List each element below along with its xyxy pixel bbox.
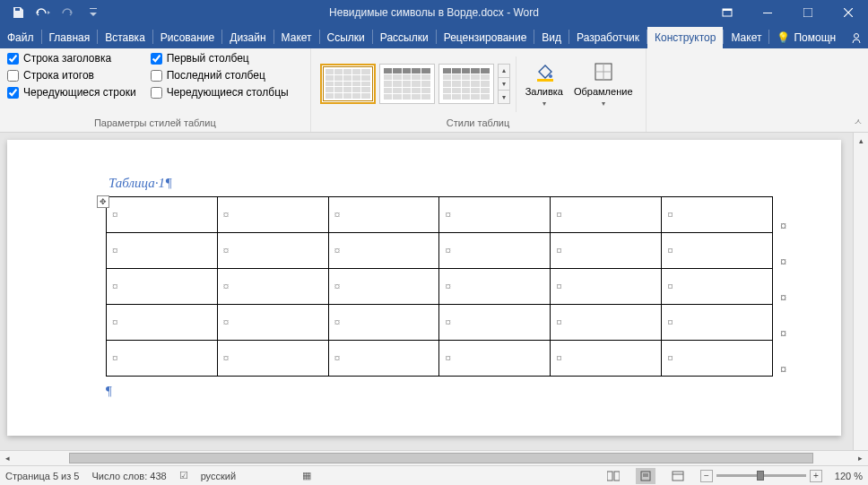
- checkbox-header-row[interactable]: Строка заголовка: [7, 52, 136, 65]
- zoom-in[interactable]: +: [810, 470, 822, 482]
- scroll-up[interactable]: ▴: [854, 133, 868, 148]
- zoom-slider[interactable]: − +: [700, 470, 822, 482]
- table-cell[interactable]: ¤: [662, 197, 773, 233]
- tab-view[interactable]: Вид: [534, 27, 569, 48]
- scroll-right[interactable]: ▸: [853, 451, 868, 465]
- tab-table-constructor[interactable]: Конструктор: [647, 27, 723, 48]
- table-style-thumb[interactable]: [438, 64, 494, 104]
- share-button[interactable]: [843, 27, 868, 48]
- ribbon-display-options[interactable]: [707, 0, 747, 25]
- table-cell[interactable]: ¤: [217, 305, 328, 341]
- table-style-thumb[interactable]: [379, 64, 435, 104]
- row-end-mark: ¤: [780, 326, 786, 340]
- tab-table-layout[interactable]: Макет: [724, 27, 768, 48]
- table-cell[interactable]: ¤: [217, 269, 328, 305]
- document-table[interactable]: ¤¤¤¤¤¤¤¤¤¤¤¤¤¤¤¤¤¤¤¤¤¤¤¤¤¤¤¤¤¤: [106, 196, 773, 377]
- table-cell[interactable]: ¤: [107, 269, 218, 305]
- macro-icon[interactable]: ▦: [302, 470, 311, 481]
- shading-button[interactable]: Заливка ▾: [520, 57, 569, 110]
- zoom-level[interactable]: 120 %: [835, 471, 863, 481]
- document-page[interactable]: Таблица·1¶ ✥ ¤¤¤¤¤¤¤¤¤¤¤¤¤¤¤¤¤¤¤¤¤¤¤¤¤¤¤…: [7, 140, 841, 436]
- close-button[interactable]: [828, 0, 868, 25]
- zoom-out[interactable]: −: [700, 470, 713, 482]
- table-cell[interactable]: ¤: [662, 305, 773, 341]
- tab-help[interactable]: 💡Помощн: [769, 27, 843, 48]
- checkbox-last-column[interactable]: Последний столбец: [151, 69, 289, 82]
- zoom-thumb[interactable]: [757, 471, 764, 481]
- vertical-scrollbar[interactable]: ▴ ▾: [853, 133, 868, 465]
- table-cell[interactable]: ¤: [217, 233, 328, 269]
- tab-review[interactable]: Рецензирование: [437, 27, 534, 48]
- table-cell[interactable]: ¤: [551, 269, 662, 305]
- page-count[interactable]: Страница 5 из 5: [5, 471, 79, 481]
- paint-bucket-icon: [532, 59, 557, 84]
- scroll-left[interactable]: ◂: [0, 451, 15, 465]
- table-cell[interactable]: ¤: [551, 341, 662, 377]
- minimize-button[interactable]: [747, 0, 787, 25]
- checkbox-banded-columns[interactable]: Чередующиеся столбцы: [151, 86, 289, 99]
- table-style-thumb[interactable]: [320, 64, 376, 104]
- tab-references[interactable]: Ссылки: [320, 27, 372, 48]
- spellcheck-icon[interactable]: ☑: [179, 470, 188, 481]
- word-count[interactable]: Число слов: 438: [91, 471, 166, 481]
- tab-mailings[interactable]: Рассылки: [373, 27, 436, 48]
- table-cell[interactable]: ¤: [439, 197, 551, 233]
- table-cell[interactable]: ¤: [328, 305, 439, 341]
- table-cell[interactable]: ¤: [662, 233, 773, 269]
- tab-developer[interactable]: Разработчик: [569, 27, 647, 48]
- collapse-ribbon[interactable]: ㅅ: [854, 116, 863, 128]
- chevron-down-icon: ▾: [542, 100, 546, 108]
- language[interactable]: русский: [201, 471, 236, 481]
- redo-button[interactable]: [57, 3, 79, 22]
- maximize-button[interactable]: [787, 0, 828, 25]
- table-cell[interactable]: ¤: [328, 269, 439, 305]
- table-caption[interactable]: Таблица·1¶: [108, 176, 742, 191]
- table-cell[interactable]: ¤: [217, 197, 328, 233]
- tab-layout[interactable]: Макет: [274, 27, 319, 48]
- print-layout-view[interactable]: [636, 468, 655, 484]
- table-cell[interactable]: ¤: [217, 341, 328, 377]
- read-mode-view[interactable]: [603, 468, 623, 484]
- save-button[interactable]: [7, 3, 29, 22]
- table-styles-gallery: ▴▾▾: [318, 62, 512, 106]
- gallery-expand[interactable]: ▴▾▾: [498, 64, 510, 104]
- table-cell[interactable]: ¤: [662, 341, 773, 377]
- tab-file[interactable]: Файл: [0, 27, 41, 48]
- quick-access-toolbar: [0, 3, 111, 22]
- table-cell[interactable]: ¤: [328, 233, 439, 269]
- checkbox-total-row[interactable]: Строка итогов: [7, 69, 136, 82]
- row-end-mark: ¤: [780, 362, 786, 376]
- table-cell[interactable]: ¤: [551, 197, 662, 233]
- horizontal-scrollbar[interactable]: ◂ ▸: [0, 450, 868, 465]
- tab-draw[interactable]: Рисование: [153, 27, 221, 48]
- web-layout-view[interactable]: [668, 468, 688, 484]
- svg-point-4: [855, 34, 859, 39]
- tab-home[interactable]: Главная: [42, 27, 98, 48]
- svg-rect-3: [803, 8, 812, 17]
- table-cell[interactable]: ¤: [328, 197, 439, 233]
- table-cell[interactable]: ¤: [328, 341, 439, 377]
- table-cell[interactable]: ¤: [107, 341, 218, 377]
- tab-design[interactable]: Дизайн: [222, 27, 273, 48]
- paragraph-mark: ¶: [106, 384, 742, 399]
- table-cell[interactable]: ¤: [439, 305, 551, 341]
- table-cell[interactable]: ¤: [439, 269, 551, 305]
- table-cell[interactable]: ¤: [439, 341, 551, 377]
- borders-button[interactable]: Обрамление ▾: [569, 57, 638, 110]
- table-cell[interactable]: ¤: [107, 305, 218, 341]
- undo-button[interactable]: [32, 3, 54, 22]
- document-scroll[interactable]: Таблица·1¶ ✥ ¤¤¤¤¤¤¤¤¤¤¤¤¤¤¤¤¤¤¤¤¤¤¤¤¤¤¤…: [0, 133, 853, 465]
- tab-insert[interactable]: Вставка: [98, 27, 152, 48]
- checkbox-first-column[interactable]: Первый столбец: [151, 52, 289, 65]
- table-cell[interactable]: ¤: [551, 233, 662, 269]
- table-cell[interactable]: ¤: [551, 305, 662, 341]
- table-cell[interactable]: ¤: [662, 269, 773, 305]
- qat-customize[interactable]: [82, 3, 104, 22]
- scroll-thumb[interactable]: [69, 453, 813, 463]
- table-cell[interactable]: ¤: [439, 233, 551, 269]
- checkbox-banded-rows[interactable]: Чередующиеся строки: [7, 86, 136, 99]
- group-table-styles: ▴▾▾ Заливка ▾ Обрамление ▾ Стили таблиц: [311, 48, 647, 132]
- table-cell[interactable]: ¤: [107, 233, 218, 269]
- table-cell[interactable]: ¤: [107, 197, 218, 233]
- svg-rect-6: [537, 79, 553, 82]
